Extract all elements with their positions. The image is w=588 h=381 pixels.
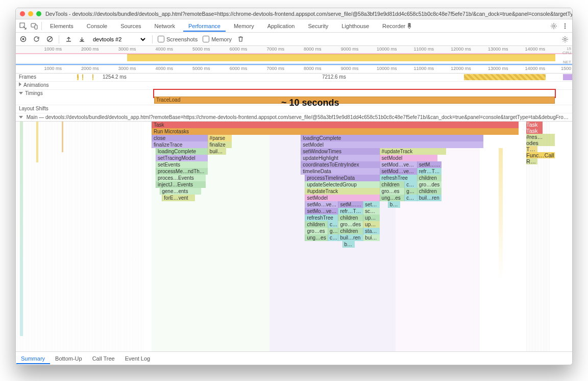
flame-bar[interactable]: buil…ren (338, 234, 363, 241)
flame-bar[interactable]: buil…ls (208, 148, 227, 155)
flame-bar[interactable]: children (417, 175, 442, 181)
flame-bar[interactable]: timelineData (301, 168, 379, 175)
flame-bar[interactable]: setMo…vents (305, 201, 338, 208)
flame-bar[interactable]: setWindowTimes (301, 148, 379, 155)
tab-call-tree[interactable]: Call Tree (87, 353, 120, 364)
flame-bar[interactable]: setMo…vents (305, 208, 338, 215)
flame-bar[interactable]: c… (328, 234, 338, 241)
flame-chart[interactable]: Task Run Microtasks close #parse loading… (16, 122, 572, 351)
flame-bar[interactable]: #updateTrack (380, 148, 446, 155)
flame-bar[interactable]: gene…ents (160, 188, 201, 195)
tab-elements[interactable]: Elements (45, 20, 79, 32)
flame-bar[interactable]: refreshTree (380, 175, 417, 181)
flame-bar[interactable]: setModel (380, 155, 438, 161)
tab-performance[interactable]: Performance (183, 20, 226, 32)
timeline-overview[interactable]: 1000 ms2000 ms3000 ms4000 ms5000 ms6000 … (16, 46, 572, 65)
collapse-icon[interactable] (19, 116, 23, 118)
flame-bar[interactable]: sta…ge (363, 228, 379, 234)
screenshots-toggle[interactable]: Screenshots (158, 36, 198, 42)
flame-bar[interactable]: processMe…ndThreads (156, 168, 208, 175)
flame-bar[interactable]: bui…ed (363, 234, 379, 241)
flame-bar[interactable]: refreshTree (305, 215, 338, 221)
tab-lighthouse[interactable]: Lighthouse (336, 20, 374, 32)
flame-bar[interactable]: g… (328, 228, 338, 234)
inspect-icon[interactable] (19, 22, 27, 30)
flame-bar[interactable]: finalizeTrace (152, 141, 208, 148)
flame-bar[interactable]: finalize (208, 141, 232, 148)
flame-bar[interactable]: refr…Tree (338, 208, 363, 215)
tab-network[interactable]: Network (150, 20, 180, 32)
flame-bar[interactable]: #parse (208, 135, 232, 141)
flame-bar[interactable]: processTimelineData (305, 175, 379, 181)
flame-bar[interactable]: proces…Events (156, 175, 205, 181)
expand-icon[interactable] (19, 82, 21, 86)
flame-bar[interactable]: buil…ren (417, 195, 442, 201)
timeline-ruler[interactable]: 1000 ms2000 ms3000 ms4000 ms5000 ms6000 … (16, 65, 572, 74)
flame-bar[interactable]: injectJ…Events (156, 181, 205, 188)
flame-bar[interactable]: gro…es (305, 228, 328, 234)
upload-icon[interactable] (64, 35, 72, 43)
flame-bar[interactable]: loadingComplete (301, 135, 483, 141)
flame-bar[interactable]: Task (152, 122, 519, 128)
flame-bar[interactable]: updateHighlight (301, 155, 379, 161)
flame-bar[interactable]: children (417, 188, 442, 195)
flame-bar[interactable]: sc…ow (363, 208, 379, 215)
flame-bar[interactable]: close (152, 135, 208, 141)
flame-bar[interactable]: gro…es (380, 188, 405, 195)
frames-track[interactable]: Frames 1254.2 ms 7212.6 ms (16, 74, 572, 82)
timing-traceload[interactable]: TraceLoad (154, 97, 555, 104)
device-toggle-icon[interactable] (30, 22, 38, 30)
download-icon[interactable] (78, 35, 86, 43)
flame-bar[interactable]: c…n (404, 195, 416, 201)
flame-bar[interactable]: setM…nts (338, 201, 363, 208)
flame-bar[interactable]: refr…Tree (417, 168, 442, 175)
flame-bar[interactable]: setModel (301, 141, 483, 148)
record-icon[interactable] (19, 35, 27, 43)
tab-security[interactable]: Security (303, 20, 333, 32)
flame-bar[interactable]: setM…nts (417, 161, 442, 168)
session-select[interactable]: devtools #2 (91, 36, 147, 43)
flame-bar[interactable]: upd…ts (363, 221, 379, 228)
tab-application[interactable]: Application (262, 20, 300, 32)
layout-shifts-track[interactable]: Layout Shifts (16, 105, 572, 113)
clear-icon[interactable] (45, 35, 54, 43)
flame-bar[interactable]: #updateTrack (305, 188, 379, 195)
tab-event-log[interactable]: Event Log (120, 353, 156, 364)
flame-bar[interactable]: c…n (404, 181, 416, 188)
trash-icon[interactable] (237, 35, 245, 43)
collapse-icon[interactable] (19, 92, 23, 94)
flame-bar[interactable]: ung…es (305, 234, 328, 241)
flame-bar[interactable]: loadingComplete (156, 148, 208, 155)
flame-bar[interactable]: setMod…vents (380, 168, 417, 175)
tab-summary[interactable]: Summary (16, 353, 50, 364)
panel-settings-icon[interactable] (561, 35, 569, 43)
zoom-icon[interactable] (36, 11, 41, 16)
flame-bar[interactable]: forE…vent (162, 195, 195, 201)
tab-bottom-up[interactable]: Bottom-Up (50, 353, 87, 364)
close-icon[interactable] (20, 11, 25, 16)
flame-bar[interactable]: g…s (404, 188, 416, 195)
tab-memory[interactable]: Memory (229, 20, 259, 32)
flame-bar[interactable]: up…ow (363, 215, 379, 221)
flame-bar[interactable]: children (338, 228, 363, 234)
flame-bar[interactable]: setEvents (156, 161, 208, 168)
minimize-icon[interactable] (28, 11, 33, 16)
settings-icon[interactable] (550, 22, 558, 30)
reload-icon[interactable] (32, 35, 40, 43)
memory-toggle[interactable]: Memory (203, 36, 232, 42)
timings-track[interactable]: Timings TraceLoad (16, 90, 572, 105)
flame-bar[interactable]: b… (342, 241, 355, 248)
tab-sources[interactable]: Sources (115, 20, 146, 32)
flame-bar[interactable]: setMod…vents (380, 161, 417, 168)
tab-console[interactable]: Console (82, 20, 112, 32)
flame-bar[interactable]: set…on (363, 201, 379, 208)
flame-bar[interactable]: Run Microtasks (152, 128, 519, 135)
more-icon[interactable] (561, 22, 569, 30)
flame-bar[interactable]: children (305, 221, 328, 228)
flame-bar[interactable]: children (380, 181, 405, 188)
flame-bar[interactable]: setTracingModel (156, 155, 208, 161)
flame-bar[interactable]: coordinatesToEntryIndex (301, 161, 379, 168)
flame-bar[interactable]: ung…es (380, 195, 405, 201)
flame-bar[interactable]: c… (328, 221, 338, 228)
flame-bar[interactable]: children (338, 215, 363, 221)
